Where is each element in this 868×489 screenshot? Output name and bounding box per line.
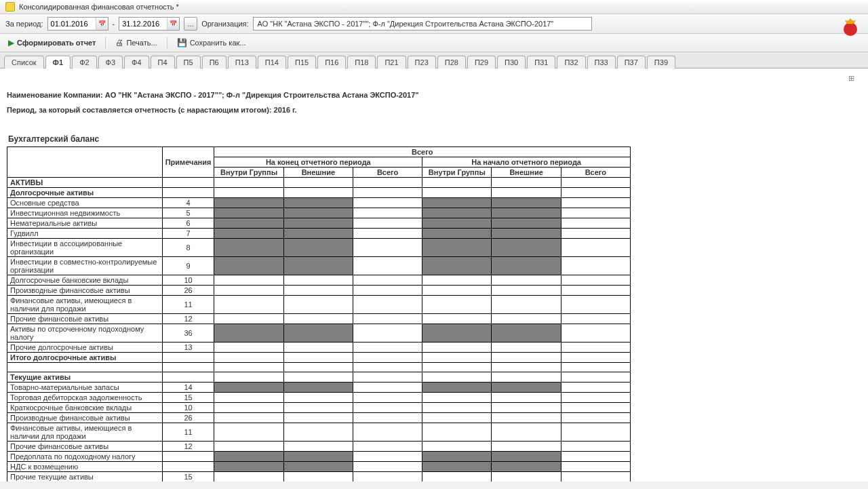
cell[interactable] — [283, 286, 353, 296]
cell[interactable] — [214, 423, 283, 442]
cell[interactable] — [492, 452, 561, 462]
cell[interactable] — [353, 383, 422, 393]
cell[interactable] — [283, 198, 353, 208]
tab-П23[interactable]: П23 — [408, 56, 436, 69]
cell[interactable] — [283, 372, 353, 383]
cell[interactable] — [353, 472, 422, 482]
cell[interactable] — [214, 383, 283, 393]
cell[interactable] — [353, 353, 422, 363]
save-as-button[interactable]: 💾 Сохранить как... — [174, 37, 249, 49]
cell[interactable] — [422, 257, 492, 275]
tab-П31[interactable]: П31 — [527, 56, 555, 69]
cell[interactable] — [353, 324, 422, 343]
cell[interactable] — [492, 296, 561, 314]
cell[interactable] — [422, 353, 492, 363]
cell[interactable] — [353, 208, 422, 218]
cell[interactable] — [422, 462, 492, 472]
cell[interactable] — [492, 363, 561, 372]
cell[interactable] — [422, 423, 492, 442]
cell[interactable] — [214, 286, 283, 296]
calendar-icon[interactable]: 📅 — [96, 18, 108, 30]
cell[interactable] — [214, 372, 283, 383]
cell[interactable] — [353, 462, 422, 472]
cell[interactable] — [283, 239, 353, 257]
cell[interactable] — [422, 198, 492, 208]
date-from-input[interactable] — [48, 18, 96, 30]
cell[interactable] — [283, 462, 353, 472]
tab-Список[interactable]: Список — [4, 56, 44, 69]
cell[interactable] — [214, 275, 283, 286]
cell[interactable] — [422, 239, 492, 257]
cell[interactable] — [561, 372, 630, 383]
cell[interactable] — [492, 353, 561, 363]
cell[interactable] — [492, 198, 561, 208]
cell[interactable] — [214, 393, 283, 403]
cell[interactable] — [214, 363, 283, 372]
tab-П15[interactable]: П15 — [288, 56, 316, 69]
cell[interactable] — [283, 257, 353, 275]
org-field[interactable]: АО "НК "Астана ЭКСПО - 2017""; Ф-л "Дире… — [253, 17, 592, 31]
cell[interactable] — [492, 442, 561, 452]
cell[interactable] — [214, 257, 283, 275]
cell[interactable] — [353, 413, 422, 423]
cell[interactable] — [561, 208, 630, 218]
cell[interactable] — [283, 218, 353, 229]
cell[interactable] — [283, 423, 353, 442]
cell[interactable] — [283, 452, 353, 462]
tab-П5[interactable]: П5 — [176, 56, 201, 69]
cell[interactable] — [353, 218, 422, 229]
cell[interactable] — [492, 413, 561, 423]
tab-П29[interactable]: П29 — [467, 56, 496, 69]
cell[interactable] — [353, 239, 422, 257]
cell[interactable] — [492, 178, 561, 188]
cell[interactable] — [492, 218, 561, 229]
cell[interactable] — [561, 257, 630, 275]
cell[interactable] — [561, 353, 630, 363]
cell[interactable] — [422, 442, 492, 452]
cell[interactable] — [214, 472, 283, 482]
cell[interactable] — [422, 188, 492, 198]
cell[interactable] — [561, 229, 630, 239]
tab-Ф4[interactable]: Ф4 — [124, 56, 149, 69]
cell[interactable] — [492, 208, 561, 218]
cell[interactable] — [214, 442, 283, 452]
cell[interactable] — [353, 403, 422, 413]
cell[interactable] — [422, 472, 492, 482]
cell[interactable] — [492, 343, 561, 353]
cell[interactable] — [561, 383, 630, 393]
cell[interactable] — [561, 324, 630, 343]
cell[interactable] — [353, 363, 422, 372]
tab-П37[interactable]: П37 — [617, 56, 646, 69]
cell[interactable] — [283, 393, 353, 403]
cell[interactable] — [422, 393, 492, 403]
cell[interactable] — [283, 229, 353, 239]
tab-Ф3[interactable]: Ф3 — [98, 56, 123, 69]
cell[interactable] — [492, 472, 561, 482]
tab-П4[interactable]: П4 — [151, 56, 175, 69]
cell[interactable] — [283, 363, 353, 372]
cell[interactable] — [561, 314, 630, 324]
cell[interactable] — [283, 324, 353, 343]
tab-П6[interactable]: П6 — [202, 56, 226, 69]
cell[interactable] — [422, 363, 492, 372]
cell[interactable] — [422, 383, 492, 393]
cell[interactable] — [422, 229, 492, 239]
cell[interactable] — [422, 178, 492, 188]
cell[interactable] — [561, 413, 630, 423]
tab-П16[interactable]: П16 — [317, 56, 346, 69]
cell[interactable] — [422, 208, 492, 218]
cell[interactable] — [561, 442, 630, 452]
cell[interactable] — [492, 275, 561, 286]
cell[interactable] — [492, 403, 561, 413]
cell[interactable] — [492, 257, 561, 275]
expand-button[interactable]: ⊞ — [7, 73, 861, 84]
cell[interactable] — [214, 462, 283, 472]
cell[interactable] — [214, 188, 283, 198]
cell[interactable] — [561, 239, 630, 257]
cell[interactable] — [353, 442, 422, 452]
cell[interactable] — [561, 178, 630, 188]
cell[interactable] — [353, 372, 422, 383]
cell[interactable] — [492, 229, 561, 239]
tab-П14[interactable]: П14 — [258, 56, 286, 69]
cell[interactable] — [422, 413, 492, 423]
